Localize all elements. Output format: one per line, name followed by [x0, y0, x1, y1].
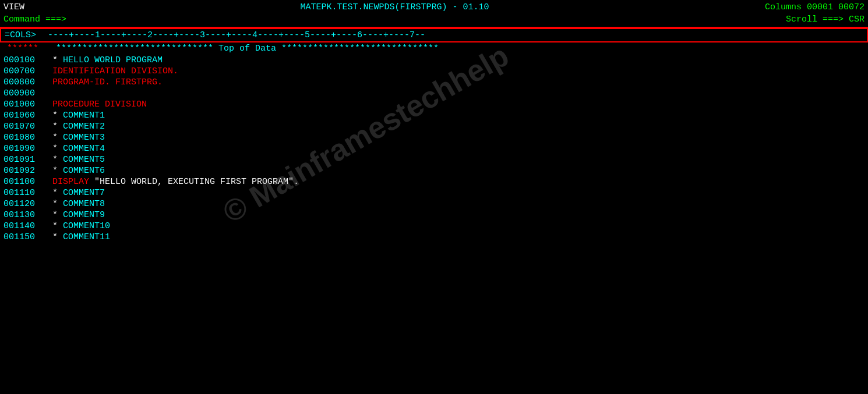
- line-number-000100: 000100: [0, 55, 47, 65]
- comment-line-001150: * COMMENT11: [47, 232, 110, 242]
- code-line-001110: 001110* COMMENT7: [0, 187, 868, 198]
- division-line-000800: PROGRAM-ID. FIRSTPRG.: [47, 77, 163, 87]
- code-line-001130: 001130* COMMENT9: [0, 210, 868, 221]
- comment-line-001090: * COMMENT4: [47, 144, 105, 154]
- comment-line-001060: * COMMENT1: [47, 111, 105, 120]
- comment-line-000100: * HELLO WORLD PROGRAM: [47, 55, 163, 65]
- cols-label: =COLS>: [1, 30, 48, 40]
- code-line-001000: 001000PROCEDURE DIVISION: [0, 99, 868, 110]
- header-line2: Command ===> Scroll ===> CSR: [0, 13, 868, 28]
- ruler-content: ----+----1----+----2----+----3----+----4…: [48, 30, 867, 40]
- division-line-000700: IDENTIFICATION DIVISION.: [47, 66, 178, 76]
- code-line-001090: 001090* COMMENT4: [0, 143, 868, 154]
- code-line-000800: 000800PROGRAM-ID. FIRSTPRG.: [0, 77, 868, 88]
- line-number-001092: 001092: [0, 166, 47, 176]
- line-number-001130: 001130: [0, 210, 47, 220]
- line-number-001100: 001100: [0, 177, 47, 187]
- comment-line-001080: * COMMENT3: [47, 133, 105, 143]
- code-line-001091: 001091* COMMENT5: [0, 154, 868, 165]
- line-number-001070: 001070: [0, 122, 47, 132]
- view-label: VIEW: [3, 2, 24, 12]
- command-label[interactable]: Command ===>: [3, 15, 66, 24]
- line-number-001060: 001060: [0, 111, 47, 120]
- top-of-data-text: ****************************** Top of Da…: [50, 44, 439, 54]
- line-number-001150: 001150: [0, 232, 47, 242]
- code-line-001060: 001060* COMMENT1: [0, 110, 868, 121]
- line-number-000800: 000800: [0, 77, 47, 87]
- display-line-001100: DISPLAY "HELLO WORLD, EXECUTING FIRST PR…: [47, 177, 299, 187]
- header-line1: VIEW MATEPK.TEST.NEWPDS(FIRSTPRG) - 01.1…: [0, 0, 868, 13]
- comment-line-001070: * COMMENT2: [47, 122, 105, 132]
- line-number-001080: 001080: [0, 133, 47, 143]
- columns-label: Columns 00001 00072: [765, 2, 865, 12]
- comment-line-001120: * COMMENT8: [47, 199, 105, 209]
- comment-line-001110: * COMMENT7: [47, 188, 105, 198]
- main-screen: VIEW MATEPK.TEST.NEWPDS(FIRSTPRG) - 01.1…: [0, 0, 868, 394]
- line-number-000900: 000900: [0, 88, 47, 98]
- comment-line-001092: * COMMENT6: [47, 166, 105, 176]
- code-line-001080: 001080* COMMENT3: [0, 132, 868, 143]
- cols-ruler-row: =COLS> ----+----1----+----2----+----3---…: [0, 28, 868, 42]
- line-number-001000: 001000: [0, 100, 47, 109]
- empty-line-000900: [47, 88, 52, 98]
- code-line-001140: 001140* COMMENT10: [0, 221, 868, 232]
- code-line-000700: 000700IDENTIFICATION DIVISION.: [0, 66, 868, 77]
- code-line-000100: 000100* HELLO WORLD PROGRAM: [0, 55, 868, 66]
- code-line-001070: 001070* COMMENT2: [0, 121, 868, 132]
- line-number-000700: 000700: [0, 66, 47, 76]
- comment-line-001130: * COMMENT9: [47, 210, 105, 220]
- line-number-001110: 001110: [0, 188, 47, 198]
- line-number-001090: 001090: [0, 144, 47, 154]
- comment-line-001091: * COMMENT5: [47, 155, 105, 165]
- code-line-001092: 001092* COMMENT6: [0, 165, 868, 176]
- line-number-001091: 001091: [0, 155, 47, 165]
- line-number-001120: 001120: [0, 199, 47, 209]
- top-of-data-row: ****** ****************************** To…: [0, 42, 868, 55]
- line-number-001140: 001140: [0, 221, 47, 231]
- code-line-001150: 001150* COMMENT11: [0, 232, 868, 243]
- title: MATEPK.TEST.NEWPDS(FIRSTPRG) - 01.10: [300, 2, 489, 12]
- code-line-000900: 000900: [0, 88, 868, 99]
- top-data-asterisks: ******: [3, 44, 50, 54]
- code-line-001100: 001100 DISPLAY "HELLO WORLD, EXECUTING F…: [0, 176, 868, 187]
- division-line-001000: PROCEDURE DIVISION: [47, 100, 147, 109]
- code-lines: 000100* HELLO WORLD PROGRAM000700IDENTIF…: [0, 55, 868, 243]
- scroll-label: Scroll ===> CSR: [786, 15, 865, 24]
- comment-line-001140: * COMMENT10: [47, 221, 110, 231]
- code-line-001120: 001120* COMMENT8: [0, 198, 868, 210]
